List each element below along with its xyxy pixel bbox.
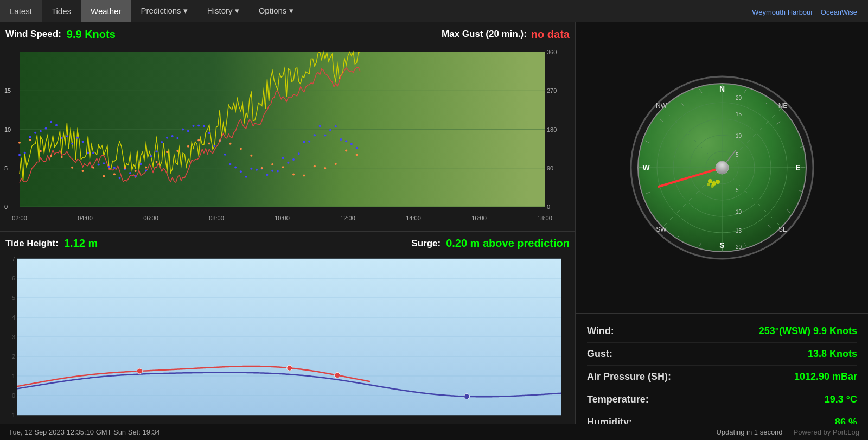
stats-area: Wind: 253°(WSW) 9.9 Knots Gust: 13.8 Kno… — [576, 314, 868, 440]
gust-stat-value: 13.8 Knots — [808, 348, 857, 360]
svg-text:NW: NW — [656, 102, 667, 110]
wind-header: Wind Speed: 9.9 Knots Max Gust (20 min.)… — [3, 24, 572, 44]
gust-value: no data — [531, 28, 570, 41]
footer: Tue, 12 Sep 2023 12:35:10 GMT Sun Set: 1… — [0, 424, 868, 440]
svg-text:5: 5 — [736, 152, 739, 158]
wind-stat-value: 253°(WSW) 9.9 Knots — [759, 326, 857, 337]
nav-tides[interactable]: Tides — [42, 0, 81, 22]
compass-area: N E S W NE SE SW NW 20 15 10 5 5 10 15 2… — [576, 22, 868, 314]
pressure-stat-row: Air Pressure (SH): 1012.90 mBar — [587, 366, 857, 388]
svg-point-26 — [708, 179, 712, 183]
nav-weather[interactable]: Weather — [81, 0, 131, 22]
svg-text:15: 15 — [736, 111, 742, 117]
footer-datetime: Tue, 12 Sep 2023 12:35:10 GMT Sun Set: 1… — [9, 428, 160, 436]
wind-section: Wind Speed: 9.9 Knots Max Gust (20 min.)… — [0, 22, 575, 232]
wind-chart — [3, 44, 572, 223]
surge-label: Surge: — [411, 238, 441, 249]
nav-predictions[interactable]: Predictions ▾ — [131, 0, 197, 22]
navbar: Latest Tides Weather Predictions ▾ Histo… — [0, 0, 868, 22]
nav-options[interactable]: Options ▾ — [249, 0, 303, 22]
left-panel: Wind Speed: 9.9 Knots Max Gust (20 min.)… — [0, 22, 575, 440]
svg-text:E: E — [795, 163, 800, 172]
main-layout: Wind Speed: 9.9 Knots Max Gust (20 min.)… — [0, 22, 868, 440]
wind-stat-label: Wind: — [587, 326, 614, 337]
svg-text:SW: SW — [656, 226, 667, 233]
svg-text:15: 15 — [736, 228, 742, 234]
wind-stat-row: Wind: 253°(WSW) 9.9 Knots — [587, 320, 857, 343]
wind-speed-label: Wind Speed: — [5, 29, 61, 40]
svg-text:5: 5 — [736, 187, 739, 193]
compass: N E S W NE SE SW NW 20 15 10 5 5 10 15 2… — [630, 75, 814, 260]
tide-chart-container — [3, 253, 572, 441]
svg-text:SE: SE — [778, 226, 787, 233]
pressure-stat-label: Air Pressure (SH): — [587, 371, 671, 382]
svg-text:10: 10 — [736, 133, 742, 139]
temp-stat-row: Temperature: 19.3 °C — [587, 388, 857, 411]
svg-text:10: 10 — [736, 209, 742, 215]
svg-point-30 — [707, 183, 710, 186]
svg-text:20: 20 — [736, 244, 742, 250]
gust-label: Max Gust (20 min.): — [442, 29, 527, 40]
tide-height-value: 1.12 m — [64, 237, 98, 250]
svg-text:20: 20 — [736, 95, 742, 101]
page-title: Weymouth Harbour OceanWise — [748, 4, 857, 18]
right-panel: N E S W NE SE SW NW 20 15 10 5 5 10 15 2… — [575, 22, 868, 440]
gust-stat-label: Gust: — [587, 348, 612, 360]
tide-header: Tide Height: 1.12 m Surge: 0.20 m above … — [3, 234, 572, 253]
temp-stat-label: Temperature: — [587, 394, 649, 405]
svg-point-33 — [716, 161, 729, 174]
tide-height-label: Tide Height: — [5, 238, 59, 249]
surge-value: 0.20 m above prediction — [446, 237, 570, 250]
svg-point-28 — [716, 180, 720, 184]
surge-header: Surge: 0.20 m above prediction — [411, 237, 570, 250]
svg-text:NE: NE — [778, 102, 788, 110]
brand-label: OceanWise — [821, 8, 857, 16]
footer-powered: Powered by Port:Log — [794, 428, 859, 436]
nav-latest[interactable]: Latest — [0, 0, 42, 22]
temp-stat-value: 19.3 °C — [825, 394, 857, 405]
svg-point-29 — [711, 184, 714, 188]
gust-header: Max Gust (20 min.): no data — [442, 28, 570, 41]
gust-stat-row: Gust: 13.8 Knots — [587, 343, 857, 366]
footer-updating: Updating in 1 second — [716, 428, 782, 436]
tide-section: Tide Height: 1.12 m Surge: 0.20 m above … — [0, 232, 575, 441]
svg-text:W: W — [642, 163, 650, 172]
tide-chart — [3, 253, 572, 431]
wind-speed-value: 9.9 Knots — [67, 28, 116, 41]
wind-chart-container — [3, 44, 572, 231]
nav-history[interactable]: History ▾ — [197, 0, 249, 22]
pressure-stat-value: 1012.90 mBar — [794, 371, 857, 382]
